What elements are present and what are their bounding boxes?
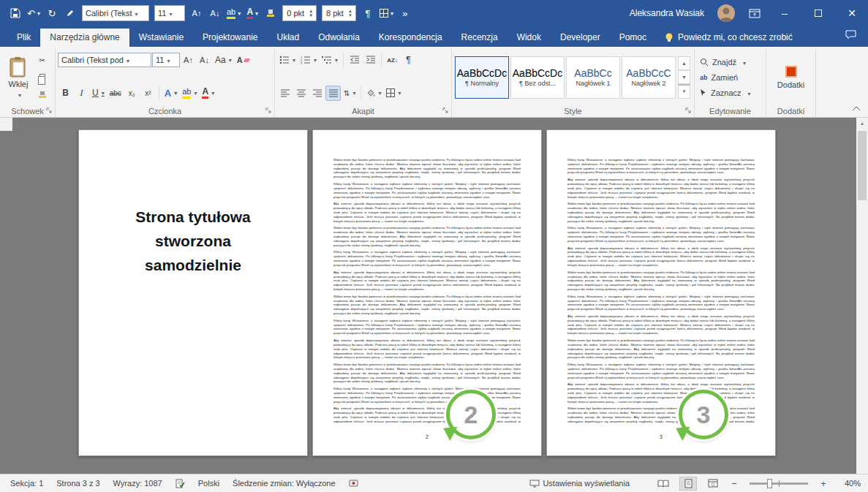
subscript-button[interactable]: x₂	[124, 86, 140, 101]
ribbon-display-options-button[interactable]	[748, 5, 761, 21]
copy-button[interactable]	[34, 69, 50, 85]
grow-font-button[interactable]: A↑	[190, 5, 203, 21]
text-effects-button[interactable]: A	[162, 86, 179, 101]
underline-button[interactable]: U	[90, 86, 107, 101]
shading-button[interactable]	[364, 86, 383, 101]
font-color-button[interactable]: A	[200, 86, 216, 101]
paste-button[interactable]: Wklej	[2, 50, 34, 105]
zoom-out-button[interactable]: −	[729, 478, 739, 489]
addins-button[interactable]: Dodatki	[770, 50, 812, 105]
clear-formatting-button[interactable]: A	[235, 53, 252, 68]
page-indicator[interactable]: Strona 3 z 3	[56, 479, 99, 488]
style-naglowek-1[interactable]: AaBbCc Nagłówek 1	[566, 56, 620, 99]
tab-odwolania[interactable]: Odwołania	[309, 29, 369, 47]
zoom-slider[interactable]	[750, 482, 808, 485]
qat-borders-button[interactable]	[380, 5, 393, 21]
font-name-combo[interactable]: Calibri (Tekst pod	[58, 53, 151, 67]
feedback-button[interactable]	[834, 29, 868, 47]
print-layout-button[interactable]	[679, 477, 697, 491]
close-button[interactable]: ✕	[842, 4, 862, 22]
multilevel-list-button[interactable]	[320, 53, 340, 68]
tab-recenzja[interactable]: Recenzja	[452, 29, 507, 47]
shrink-font-button[interactable]: A↓	[197, 53, 212, 68]
undo-button[interactable]: ↶	[27, 5, 40, 21]
maximize-button[interactable]	[808, 4, 829, 22]
paragraph-dialog-launcher[interactable]	[442, 106, 448, 115]
tab-widok[interactable]: Widok	[507, 29, 551, 47]
track-changes-button[interactable]: Śledzenie zmian: Wyłączone	[233, 479, 336, 488]
read-mode-button[interactable]	[654, 477, 672, 491]
spacing-before-spinner[interactable]: 0 pkt▲▼	[282, 5, 317, 21]
align-center-button[interactable]	[293, 86, 309, 101]
collapse-ribbon-button[interactable]	[852, 101, 861, 114]
show-marks-button[interactable]: ¶	[401, 53, 416, 68]
redo-button[interactable]: ↻	[45, 5, 59, 21]
decrease-indent-button[interactable]	[347, 53, 362, 68]
increase-indent-button[interactable]	[363, 53, 378, 68]
section-indicator[interactable]: Sekcja: 1	[10, 479, 43, 488]
style-normalny[interactable]: AaBbCcDc ¶ Normalny	[455, 56, 509, 99]
tab-wstawianie[interactable]: Wstawianie	[129, 29, 193, 47]
borders-button[interactable]	[384, 86, 403, 101]
save-button[interactable]	[9, 5, 22, 21]
strikethrough-button[interactable]: abc	[107, 86, 124, 101]
proofing-button[interactable]	[176, 479, 185, 488]
qat-highlight-button[interactable]: ab	[227, 5, 241, 21]
style-bez-odstepow[interactable]: AaBbCcDc ¶ Bez odst...	[510, 56, 565, 99]
macro-record-button[interactable]	[349, 479, 358, 488]
language-button[interactable]: Polski	[198, 479, 219, 488]
pen-button[interactable]	[64, 5, 77, 21]
font-size-combo[interactable]: 11	[152, 53, 180, 67]
scrollbar-thumb[interactable]	[858, 131, 867, 200]
grow-font-button[interactable]: A↑	[181, 53, 196, 68]
styles-dialog-launcher[interactable]	[685, 106, 691, 115]
user-name[interactable]: Aleksandra Wasiak	[630, 8, 704, 18]
clipboard-dialog-launcher[interactable]	[46, 106, 52, 115]
align-left-button[interactable]	[277, 86, 293, 101]
change-case-button[interactable]: Aa	[213, 53, 234, 68]
page-3[interactable]: Kliknij kartę Wstawianie, a następnie wy…	[546, 129, 776, 456]
tab-plik[interactable]: Plik	[7, 29, 40, 47]
qat-more-commands-button[interactable]: »	[399, 5, 412, 21]
italic-button[interactable]: I	[74, 86, 89, 101]
display-settings-button[interactable]: Ustawienia wyświetlania	[529, 479, 630, 488]
qat-format-painter-button[interactable]	[264, 5, 277, 21]
zoom-slider-thumb[interactable]	[767, 479, 772, 488]
tab-pomoc[interactable]: Pomoc	[610, 29, 656, 47]
spacing-after-spinner[interactable]: 8 pkt▲▼	[322, 5, 356, 21]
replace-button[interactable]: ab Zamień	[697, 70, 763, 85]
style-naglowek-2[interactable]: AaBbCcC Nagłówek 2	[622, 56, 676, 99]
word-count[interactable]: Wyrazy: 1087	[113, 479, 162, 488]
styles-scroll-up-button[interactable]: ▲	[678, 56, 690, 70]
bold-button[interactable]: B	[58, 86, 73, 101]
styles-more-button[interactable]: ▾	[678, 84, 690, 99]
numbering-button[interactable]: 123	[298, 53, 319, 68]
show-marks-button[interactable]: ¶	[361, 5, 374, 21]
qat-font-size-combo[interactable]: 11	[154, 5, 185, 21]
tell-me-box[interactable]: Powiedz mi, co chcesz zrobić	[656, 29, 801, 47]
tab-uklad[interactable]: Układ	[267, 29, 309, 47]
tab-narzedzia-glowne[interactable]: Narzędzia główne	[40, 29, 129, 47]
zoom-level[interactable]: 40%	[836, 479, 861, 488]
styles-scroll-down-button[interactable]: ▼	[678, 70, 690, 84]
shrink-font-button[interactable]: A↓	[208, 5, 222, 21]
superscript-button[interactable]: x²	[140, 86, 156, 101]
zoom-in-button[interactable]: +	[818, 478, 829, 489]
tab-projektowanie[interactable]: Projektowanie	[193, 29, 267, 47]
qat-font-color-button[interactable]: A	[246, 5, 259, 21]
find-button[interactable]: Znajdź	[697, 55, 763, 69]
web-layout-button[interactable]	[704, 477, 722, 491]
cut-button[interactable]: ✂	[34, 53, 50, 68]
sort-button[interactable]: AZ↓	[385, 53, 400, 68]
minimize-button[interactable]: –	[774, 4, 795, 22]
user-avatar[interactable]	[717, 4, 735, 22]
highlight-button[interactable]: ab	[180, 86, 199, 101]
line-spacing-button[interactable]: ⇅	[341, 86, 358, 101]
select-button[interactable]: Zaznacz	[697, 86, 763, 100]
qat-font-name-combo[interactable]: Calibri (Tekst	[82, 5, 149, 21]
format-painter-button[interactable]	[34, 86, 50, 102]
tab-developer[interactable]: Developer	[551, 29, 610, 47]
font-dialog-launcher[interactable]	[265, 106, 271, 115]
align-right-button[interactable]	[309, 86, 325, 101]
page-1[interactable]: Strona tytułowa stworzona samodzielnie	[78, 129, 308, 456]
